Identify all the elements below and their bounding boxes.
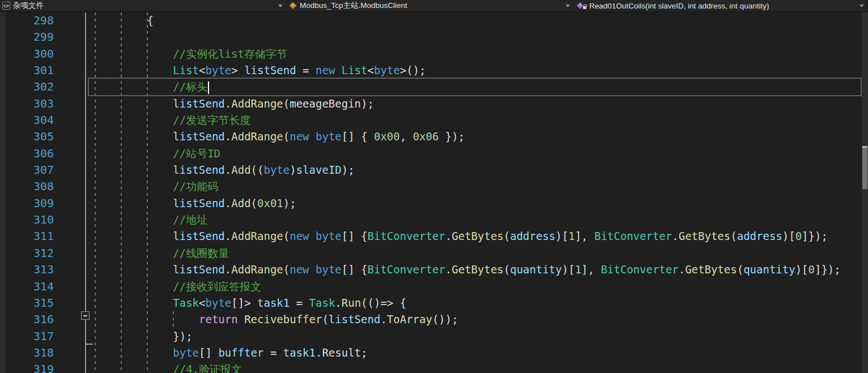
- code-line[interactable]: return Recivebuffer(listSend.ToArray());: [95, 311, 866, 328]
- code-line[interactable]: listSend.AddRange(meeageBegin);: [95, 96, 866, 112]
- code-line[interactable]: //站号ID: [95, 145, 866, 162]
- line-number[interactable]: 316: [0, 311, 54, 328]
- line-number[interactable]: 311: [0, 228, 54, 245]
- code-line[interactable]: //线圈数量: [95, 245, 866, 261]
- fold-end-marker: [86, 344, 93, 345]
- line-number[interactable]: 313: [0, 261, 54, 278]
- line-number[interactable]: 309: [0, 195, 54, 212]
- code-line[interactable]: });: [95, 328, 866, 345]
- code-line[interactable]: //接收到应答报文: [95, 278, 866, 295]
- navigation-bar: C# 杂项文件 Modbus_Tcp主站.ModbusClient Read01…: [0, 0, 868, 12]
- text-cursor: [208, 82, 209, 94]
- scrollbar-thumb[interactable]: [862, 146, 867, 189]
- line-number[interactable]: 305: [0, 128, 54, 145]
- line-number[interactable]: 304: [0, 112, 54, 128]
- code-line[interactable]: {: [95, 12, 866, 29]
- line-number[interactable]: 301: [0, 62, 54, 79]
- chevron-down-icon: [565, 5, 570, 7]
- code-line[interactable]: byte[] buffter = task1.Result;: [95, 345, 866, 361]
- project-dropdown[interactable]: C# 杂项文件: [0, 0, 287, 11]
- vertical-scrollbar[interactable]: [862, 12, 868, 373]
- csharp-file-icon: C#: [2, 2, 10, 10]
- code-line[interactable]: listSend.Add(0x01);: [95, 195, 866, 212]
- line-number[interactable]: 302: [0, 79, 54, 95]
- lock-icon: [582, 2, 586, 10]
- code-line[interactable]: listSend.Add((byte)slaveID);: [95, 162, 866, 178]
- code-editor[interactable]: 2982993003013023033043053063073083093103…: [0, 12, 868, 373]
- code-line[interactable]: [95, 29, 866, 45]
- code-line[interactable]: //实例化list存储字节: [95, 46, 866, 62]
- code-line[interactable]: listSend.AddRange(new byte[] {BitConvert…: [95, 261, 866, 278]
- member-dropdown-label: Read01OutCoils(int slaveID, int address,…: [589, 2, 769, 10]
- code-line[interactable]: List<byte> listSend = new List<byte>();: [95, 62, 866, 79]
- line-number[interactable]: 307: [0, 162, 54, 178]
- vs-editor-window: C# 杂项文件 Modbus_Tcp主站.ModbusClient Read01…: [0, 0, 868, 373]
- line-number[interactable]: 303: [0, 96, 54, 112]
- code-line[interactable]: //功能码: [95, 178, 866, 195]
- line-number-gutter[interactable]: 2982993003013023033043053063073083093103…: [0, 12, 54, 373]
- line-number[interactable]: 315: [0, 295, 54, 311]
- code-line[interactable]: Task<byte[]> task1 = Task.Run(()=> {: [95, 295, 866, 311]
- code-line[interactable]: //发送字节长度: [95, 112, 866, 128]
- type-dropdown[interactable]: Modbus_Tcp主站.ModbusClient: [287, 0, 574, 11]
- line-number[interactable]: 298: [0, 12, 54, 29]
- line-number[interactable]: 300: [0, 46, 54, 62]
- code-line[interactable]: //4.验证报文: [95, 361, 866, 373]
- chevron-down-icon: [860, 5, 864, 7]
- line-number[interactable]: 317: [0, 328, 54, 345]
- line-number[interactable]: 310: [0, 212, 54, 228]
- chevron-down-icon: [278, 5, 283, 7]
- member-dropdown[interactable]: Read01OutCoils(int slaveID, int address,…: [574, 0, 868, 11]
- code-line[interactable]: //地址: [95, 212, 866, 228]
- line-number[interactable]: 308: [0, 178, 54, 195]
- type-dropdown-label: Modbus_Tcp主站.ModbusClient: [300, 1, 407, 11]
- class-icon: [289, 2, 297, 10]
- code-line[interactable]: listSend.AddRange(new byte[] { 0x00, 0x0…: [95, 128, 866, 145]
- code-area[interactable]: { //实例化list存储字节 List<byte> listSend = ne…: [95, 12, 866, 373]
- code-line[interactable]: //标头: [95, 79, 866, 95]
- line-number[interactable]: 314: [0, 278, 54, 295]
- fold-collapse-button[interactable]: [81, 311, 90, 320]
- line-number[interactable]: 306: [0, 145, 54, 162]
- project-dropdown-label: 杂项文件: [13, 1, 44, 11]
- line-number[interactable]: 318: [0, 345, 54, 361]
- line-number[interactable]: 299: [0, 29, 54, 45]
- code-line[interactable]: listSend.AddRange(new byte[] {BitConvert…: [95, 228, 866, 245]
- line-number[interactable]: 319: [0, 361, 54, 373]
- line-number[interactable]: 312: [0, 245, 54, 261]
